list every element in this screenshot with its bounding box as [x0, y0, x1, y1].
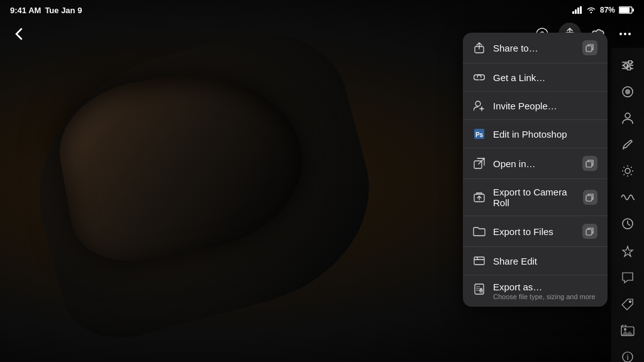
svg-rect-55: [475, 284, 484, 294]
menu-item-open-in-left: Open in…: [473, 157, 536, 170]
date: Tue Jan 9: [45, 6, 82, 15]
svg-text:Ps: Ps: [475, 131, 484, 138]
svg-point-22: [625, 168, 630, 173]
menu-item-get-link[interactable]: Get a Link…: [463, 63, 608, 92]
svg-point-34: [629, 300, 631, 303]
status-bar: 9:41 AM Tue Jan 9 87%: [0, 0, 644, 20]
export-as-sublabel: Choose file type, sizing and more: [493, 293, 596, 300]
sidebar-info-icon[interactable]: i: [615, 344, 640, 362]
sidebar-wave-icon[interactable]: [615, 185, 640, 210]
get-link-label: Get a Link…: [493, 72, 545, 83]
export-files-label: Export to Files: [493, 226, 553, 237]
folder-icon: [473, 225, 486, 238]
svg-marker-36: [621, 331, 634, 336]
menu-item-edit-photoshop[interactable]: Ps Edit in Photoshop: [463, 120, 608, 148]
sidebar-chat-icon[interactable]: [615, 265, 640, 290]
open-in-right-icon: [582, 156, 597, 171]
svg-rect-6: [619, 8, 630, 13]
menu-item-share-edit-left: Share Edit: [473, 255, 537, 267]
battery-pct: 87%: [600, 6, 615, 14]
svg-point-42: [475, 101, 480, 106]
svg-text:i: i: [627, 353, 629, 362]
invite-label: Invite People…: [493, 101, 557, 111]
sidebar-clock-icon[interactable]: [615, 211, 640, 236]
svg-rect-5: [633, 9, 634, 12]
time: 9:41 AM: [10, 6, 41, 15]
signal-icon: [572, 6, 582, 14]
sidebar-sun-icon[interactable]: [615, 158, 640, 184]
menu-item-export-files[interactable]: Export to Files: [463, 216, 608, 247]
svg-point-12: [628, 33, 631, 35]
camera-roll-icon: [473, 191, 486, 204]
battery-icon: [619, 6, 634, 14]
status-left: 9:41 AM Tue Jan 9: [10, 6, 82, 15]
wifi-icon: [586, 6, 596, 14]
sidebar-sliders-icon[interactable]: [615, 53, 640, 78]
menu-item-export-as-left: Export as… Choose file type, sizing and …: [473, 282, 596, 300]
photoshop-label: Edit in Photoshop: [493, 129, 567, 140]
svg-rect-50: [586, 195, 592, 201]
menu-item-open-in[interactable]: Open in…: [463, 148, 608, 179]
svg-point-18: [627, 67, 631, 70]
sidebar-star-icon[interactable]: [615, 239, 640, 264]
share-edit-label: Share Edit: [493, 256, 537, 266]
right-sidebar: i: [611, 48, 644, 362]
menu-item-share-to-left: Share to…: [473, 41, 538, 54]
menu-item-camera-roll-left: Export to Camera Roll: [473, 187, 583, 208]
sidebar-pencil-icon[interactable]: [615, 132, 640, 157]
svg-line-27: [624, 167, 625, 168]
back-button[interactable]: [8, 23, 30, 45]
menu-item-export-camera-roll[interactable]: Export to Camera Roll: [463, 179, 608, 216]
menu-item-invite-left: Invite People…: [473, 99, 557, 112]
photoshop-icon: Ps: [473, 128, 486, 140]
menu-item-export-as[interactable]: Export as… Choose file type, sizing and …: [463, 275, 608, 307]
toolbar-left: [8, 23, 30, 45]
svg-rect-48: [586, 162, 592, 167]
open-in-label: Open in…: [493, 158, 536, 169]
svg-rect-3: [580, 6, 582, 14]
svg-line-29: [631, 167, 632, 168]
camera-roll-label: Export to Camera Roll: [493, 187, 583, 208]
svg-point-11: [624, 33, 626, 35]
svg-rect-51: [586, 229, 592, 235]
sidebar-person-icon[interactable]: [615, 106, 640, 131]
menu-item-photoshop-left: Ps Edit in Photoshop: [473, 128, 567, 140]
dropdown-menu: Share to… Get a Link…: [463, 33, 608, 307]
menu-item-share-to[interactable]: Share to…: [463, 33, 608, 63]
svg-rect-1: [575, 9, 577, 14]
export-files-right-icon: [582, 224, 597, 239]
open-in-icon: [473, 157, 486, 170]
svg-point-17: [624, 63, 628, 67]
svg-rect-52: [474, 257, 484, 265]
menu-item-get-link-left: Get a Link…: [473, 71, 545, 84]
more-button[interactable]: [614, 23, 636, 45]
svg-rect-41: [586, 46, 592, 52]
sidebar-circle-icon[interactable]: [615, 79, 640, 104]
menu-item-share-edit[interactable]: Share Edit: [463, 247, 608, 275]
svg-point-10: [619, 33, 622, 35]
status-right: 87%: [572, 6, 634, 14]
share-edit-icon: [473, 255, 486, 267]
sidebar-photo-icon[interactable]: [615, 318, 640, 343]
share-to-icon: [473, 41, 486, 54]
camera-roll-right-icon: [583, 190, 597, 205]
share-to-right-icon: [582, 40, 597, 55]
export-as-icon: [473, 283, 486, 295]
svg-point-16: [628, 60, 632, 64]
export-as-label: Export as…: [493, 282, 596, 292]
svg-line-33: [628, 224, 630, 226]
menu-item-files-left: Export to Files: [473, 225, 553, 238]
svg-point-37: [624, 328, 626, 331]
share-to-label: Share to…: [493, 43, 538, 53]
svg-line-30: [624, 174, 625, 175]
svg-line-28: [631, 174, 632, 175]
menu-item-invite-people[interactable]: Invite People…: [463, 92, 608, 120]
link-icon: [473, 71, 486, 84]
sidebar-tag-icon[interactable]: [615, 292, 640, 317]
invite-icon: [473, 99, 486, 112]
svg-point-20: [625, 89, 630, 94]
sidebar-bottom: i: [615, 239, 640, 362]
svg-rect-0: [572, 11, 574, 14]
svg-point-21: [625, 113, 630, 118]
svg-rect-2: [577, 8, 579, 14]
